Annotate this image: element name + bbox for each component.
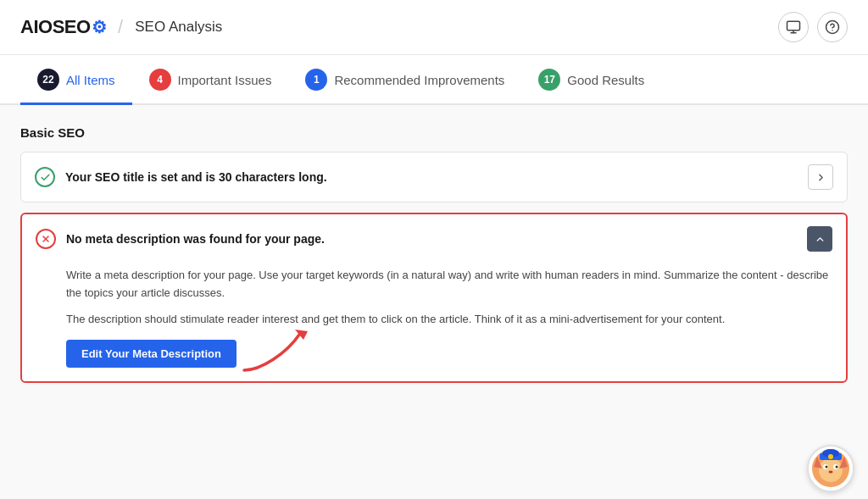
svg-point-13	[836, 466, 838, 469]
logo: AIOSEO⚙	[20, 16, 106, 38]
meta-description-body-p1: Write a meta description for your page. …	[66, 267, 832, 302]
seo-title-card: Your SEO title is set and is 30 characte…	[20, 152, 848, 202]
edit-meta-description-button[interactable]: Edit Your Meta Description	[66, 340, 236, 368]
tab-all-items-label: All Items	[66, 73, 115, 87]
tab-all-items-badge: 22	[37, 69, 59, 91]
tab-important-issues-label: Important Issues	[178, 73, 272, 87]
monitor-button[interactable]	[778, 12, 809, 42]
logo-aio-text: AIO	[20, 16, 53, 38]
chevron-up-icon	[815, 234, 826, 245]
seo-title-text: Your SEO title is set and is 30 characte…	[65, 170, 327, 184]
header-left: AIOSEO⚙ / SEO Analysis	[20, 16, 222, 38]
meta-description-card-header: No meta description was found for your p…	[22, 214, 846, 263]
tab-good-results-badge: 17	[538, 69, 560, 91]
meta-description-body-p2: The description should stimulate reader …	[66, 311, 832, 329]
edit-button-container: Edit Your Meta Description	[66, 336, 236, 368]
mascot-avatar	[807, 445, 854, 492]
tab-good-results[interactable]: 17 Good Results	[521, 55, 661, 105]
meta-description-card-left: No meta description was found for your p…	[36, 229, 325, 249]
error-x-icon	[36, 229, 56, 249]
svg-rect-0	[787, 21, 800, 30]
svg-point-14	[829, 471, 833, 474]
monitor-icon	[786, 19, 801, 35]
header-divider: /	[118, 16, 123, 38]
header: AIOSEO⚙ / SEO Analysis	[0, 0, 868, 55]
tab-important-issues[interactable]: 4 Important Issues	[132, 55, 289, 105]
svg-point-20	[828, 454, 833, 459]
section-title: Basic SEO	[20, 125, 848, 140]
meta-description-card: No meta description was found for your p…	[20, 213, 848, 383]
tab-recommended-improvements-badge: 1	[305, 69, 327, 91]
chevron-right-icon	[815, 172, 826, 183]
header-title: SEO Analysis	[135, 19, 222, 36]
tab-recommended-improvements[interactable]: 1 Recommended Improvements	[288, 55, 521, 105]
meta-description-collapse-button[interactable]	[807, 226, 832, 252]
mascot-image	[810, 448, 851, 489]
seo-title-card-left: Your SEO title is set and is 30 characte…	[35, 167, 327, 187]
help-button[interactable]	[817, 12, 848, 42]
logo-seo-text: SEO	[53, 16, 91, 38]
svg-point-9	[819, 458, 843, 482]
success-check-icon	[35, 167, 55, 187]
main-content: Basic SEO Your SEO title is set and is 3…	[0, 105, 868, 499]
svg-point-12	[826, 466, 828, 469]
tab-good-results-label: Good Results	[567, 73, 644, 87]
help-icon	[825, 19, 840, 35]
logo-gear-icon: ⚙	[92, 17, 107, 37]
tab-important-issues-badge: 4	[149, 69, 171, 91]
meta-description-card-body: Write a meta description for your page. …	[22, 263, 846, 381]
arrow-annotation	[236, 328, 312, 379]
tabs-bar: 22 All Items 4 Important Issues 1 Recomm…	[0, 55, 868, 105]
tab-all-items[interactable]: 22 All Items	[20, 55, 132, 105]
svg-marker-7	[295, 330, 308, 340]
tab-recommended-improvements-label: Recommended Improvements	[334, 73, 504, 87]
seo-title-expand-button[interactable]	[808, 164, 833, 190]
meta-description-text: No meta description was found for your p…	[66, 232, 325, 246]
header-icons	[778, 12, 848, 42]
seo-title-card-header: Your SEO title is set and is 30 characte…	[21, 152, 847, 202]
